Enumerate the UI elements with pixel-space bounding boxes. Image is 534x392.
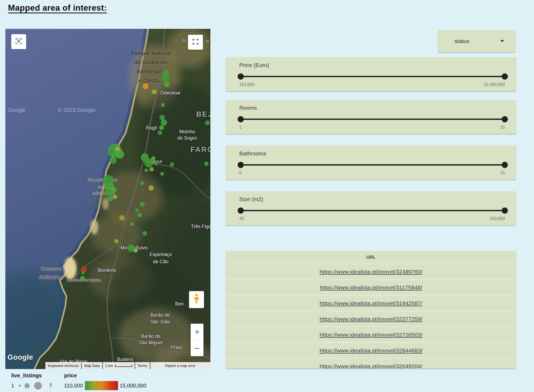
map-place-label: Ju: [181, 38, 186, 44]
rooms-filter-panel: Rooms 1 15: [226, 100, 516, 134]
listing-point[interactable]: [140, 202, 145, 207]
map-scale-bar: [115, 364, 132, 367]
map-place-label: Odeceixe: [160, 90, 180, 96]
map-place-label: Espinhaço: [150, 252, 172, 257]
listing-point[interactable]: [135, 209, 139, 212]
url-table-row: https://www.idealista.pt/imovel/31175848…: [226, 279, 516, 295]
keyboard-shortcuts-link[interactable]: Keyboard shortcuts: [45, 362, 81, 369]
price-slider-track[interactable]: [241, 76, 505, 77]
location-crosshair-icon: [15, 37, 23, 46]
listing-point[interactable]: [148, 185, 154, 191]
price-legend-min: 110,000: [64, 383, 83, 389]
listing-link[interactable]: https://www.idealista.pt/imovel/31942587…: [320, 300, 422, 307]
listing-point[interactable]: [110, 157, 117, 164]
price-gradient-bar: [85, 381, 118, 390]
map-data-link[interactable]: Map Data: [82, 362, 102, 369]
status-dropdown-label: status: [454, 38, 469, 44]
map-place-label: o: [206, 38, 209, 44]
listing-point[interactable]: [150, 167, 154, 171]
price-slider-max-handle[interactable]: [502, 73, 508, 80]
listing-point[interactable]: [164, 82, 170, 87]
zoom-out-button[interactable]: −: [191, 340, 203, 356]
listing-link[interactable]: https://www.idealista.pt/imovel/31175848…: [320, 284, 422, 291]
size-slider-min-handle[interactable]: [238, 207, 244, 214]
listing-point[interactable]: [134, 248, 138, 253]
size-slider-track[interactable]: [241, 210, 505, 211]
listing-point[interactable]: [81, 271, 85, 274]
map-place-label: Oceano: [41, 265, 62, 272]
listing-point[interactable]: [113, 195, 117, 199]
map-zoom-control: + −: [191, 324, 203, 356]
size-slider-max-handle[interactable]: [502, 207, 508, 214]
map-place-label: do Sogro: [177, 135, 197, 141]
map-place-label: FARO: [190, 146, 210, 154]
listing-point[interactable]: [144, 168, 148, 172]
map-select-area-button[interactable]: [11, 34, 26, 49]
listing-point[interactable]: [154, 162, 158, 165]
listing-point[interactable]: [138, 213, 142, 217]
map-place-label: Parque Natural: [131, 50, 171, 57]
url-table-row: https://www.idealista.pt/imovel/32377259…: [226, 311, 516, 327]
listing-point[interactable]: [152, 89, 157, 94]
bathrooms-slider-track[interactable]: [241, 164, 505, 166]
bathrooms-slider-min-handle[interactable]: [238, 162, 244, 168]
map-legend: live_listings price 1 7 110,000 15,000,0…: [8, 373, 195, 391]
rooms-slider-max-handle[interactable]: [502, 116, 508, 122]
listing-point[interactable]: [80, 276, 85, 281]
listing-point[interactable]: [159, 125, 164, 130]
google-logo: Google: [7, 353, 33, 362]
bathrooms-slider-label: Bathrooms: [239, 150, 266, 157]
map-copyright-watermark: © 2023 Google: [58, 107, 96, 113]
bathrooms-slider-max-handle[interactable]: [502, 162, 508, 168]
listing-point[interactable]: [114, 239, 119, 243]
bathrooms-min-value: 0: [239, 171, 242, 175]
listing-point[interactable]: [151, 156, 155, 160]
status-dropdown[interactable]: status: [438, 30, 515, 52]
zoom-in-button[interactable]: +: [191, 324, 203, 340]
listing-point[interactable]: [205, 120, 210, 125]
listing-point[interactable]: [204, 162, 209, 166]
listing-link[interactable]: https://www.idealista.pt/imovel/32049204…: [320, 363, 422, 369]
size-legend-dot: [25, 383, 30, 388]
rooms-max-value: 15: [500, 125, 505, 130]
listing-point[interactable]: [140, 181, 144, 185]
url-table-row: https://www.idealista.pt/imovel/32726503…: [226, 327, 516, 342]
listing-link[interactable]: https://www.idealista.pt/imovel/32844683…: [320, 347, 422, 354]
listing-point[interactable]: [111, 187, 117, 193]
listing-point[interactable]: [161, 119, 167, 126]
rooms-slider-label: Rooms: [239, 105, 257, 111]
listing-point[interactable]: [170, 162, 174, 167]
rooms-slider-track[interactable]: [241, 119, 505, 120]
map-attribution-bar: Keyboard shortcuts Map Data 2 km Terms R…: [45, 362, 210, 369]
map-canvas[interactable]: Google © 2023 Google Parque Naturaldo Su…: [5, 29, 210, 369]
listing-point[interactable]: [104, 189, 111, 196]
rooms-slider-min-handle[interactable]: [238, 116, 244, 122]
terms-link[interactable]: Terms: [135, 362, 150, 369]
listing-link[interactable]: https://www.idealista.pt/imovel/32726503…: [320, 332, 422, 338]
listing-point[interactable]: [158, 131, 162, 135]
listing-point[interactable]: [130, 222, 134, 226]
map-place-label: Moinho: [179, 129, 195, 135]
price-slider-label: Price (Euro): [239, 62, 269, 68]
map-place-label: Alentejano: [136, 68, 165, 75]
url-table-row: https://www.idealista.pt/imovel/32489760…: [226, 264, 516, 279]
report-map-error-link[interactable]: Report a map error: [150, 362, 210, 369]
listing-link[interactable]: https://www.idealista.pt/imovel/32377259…: [320, 316, 422, 322]
listing-point[interactable]: [143, 83, 148, 89]
map-fullscreen-button[interactable]: [188, 35, 203, 50]
price-slider-min-handle[interactable]: [238, 73, 244, 80]
map-place-label: Três Figo: [191, 224, 210, 229]
map-scale-control[interactable]: 2 km: [103, 362, 135, 369]
pegman-control[interactable]: [189, 291, 204, 308]
url-table-row: https://www.idealista.pt/imovel/32049204…: [226, 358, 516, 369]
listing-point[interactable]: [116, 150, 124, 159]
listing-point[interactable]: [119, 215, 125, 221]
listing-point[interactable]: [161, 75, 169, 83]
listing-point[interactable]: [161, 103, 165, 107]
size-legend-min: 1: [11, 383, 14, 389]
bathrooms-max-value: 15: [500, 171, 505, 175]
listing-point[interactable]: [160, 172, 164, 176]
listing-point[interactable]: [142, 231, 147, 236]
listing-link[interactable]: https://www.idealista.pt/imovel/32489760…: [320, 269, 422, 275]
size-filter-panel: Size (m2) 45 150,000: [226, 191, 516, 225]
